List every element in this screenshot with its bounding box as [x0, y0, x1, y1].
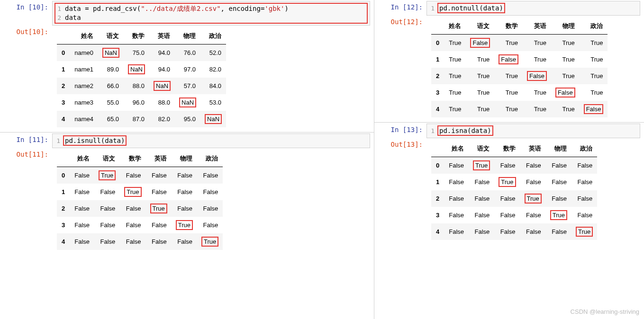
cell-value: False [94, 217, 120, 233]
column-header: 语文 [469, 141, 494, 157]
column-header: 英语 [523, 18, 551, 35]
table-row: 2name266.088.0NaN57.084.0 [57, 78, 226, 94]
cell-value: 96.0 [124, 94, 149, 111]
cell-value: True [520, 190, 546, 207]
column-header: 政治 [197, 151, 223, 167]
cell-value: 53.0 [200, 94, 226, 111]
index-header [57, 151, 70, 167]
index-header [431, 141, 444, 157]
cell-value: False [172, 233, 197, 250]
cell-value: NaN [124, 61, 149, 78]
cell-value: True [546, 207, 571, 223]
cell-value: name0 [70, 44, 98, 61]
cell-value: True [580, 84, 608, 101]
row-index: 4 [431, 223, 444, 240]
code-input-13[interactable]: 1pd.isna(data) [426, 124, 640, 138]
row-index: 3 [57, 217, 70, 233]
table-row: 4FalseFalseFalseFalseFalseTrue [431, 223, 597, 240]
table-row: 1TrueTrueFalseTrueTrueTrue [431, 51, 608, 68]
cell-value: 94.0 [149, 44, 175, 61]
index-header [431, 18, 444, 35]
cell-value: False [120, 233, 145, 250]
cell-value: False [444, 223, 469, 240]
cell-value: True [444, 68, 466, 84]
cell-value: 88.0 [124, 78, 149, 94]
cell-value: False [70, 217, 94, 233]
cell-value: False [146, 167, 172, 184]
table-row: 1FalseFalseTrueFalseFalseFalse [57, 184, 223, 200]
table-row: 0name0NaN75.094.076.052.0 [57, 44, 226, 61]
cell-value: 82.0 [200, 61, 226, 78]
cell-value: True [120, 184, 145, 200]
cell-value: 57.0 [175, 78, 200, 94]
cell-value: False [546, 157, 571, 174]
row-index: 3 [431, 207, 444, 223]
cell-value: False [197, 217, 223, 233]
table-row: 2FalseFalseFalseTrueFalseFalse [431, 190, 597, 207]
cell-value: False [172, 167, 197, 184]
cell-value: True [444, 101, 466, 117]
cell-value: False [444, 207, 469, 223]
cell-value: False [466, 34, 494, 51]
cell-value: False [70, 184, 94, 200]
cell-value: False [120, 167, 145, 184]
cell-value: True [551, 68, 580, 84]
cell-value: 76.0 [175, 44, 200, 61]
cell-value: True [494, 68, 523, 84]
cell-value: False [146, 184, 172, 200]
cell-value: False [520, 223, 546, 240]
table-row: 4FalseFalseFalseFalseFalseTrue [57, 233, 223, 250]
cell-value: False [580, 101, 608, 117]
column-header: 语文 [94, 151, 120, 167]
row-index: 2 [57, 200, 70, 217]
cell-value: True [494, 34, 523, 51]
cell-value: False [469, 223, 494, 240]
cell-value: 66.0 [98, 78, 124, 94]
cell-value: NaN [149, 78, 175, 94]
cell-value: False [94, 184, 120, 200]
in-prompt-12: In [12]: [374, 1, 426, 16]
row-index: 1 [431, 174, 444, 190]
column-header: 物理 [172, 151, 197, 167]
cell-11: In [11]: 1pd.isnull(data) Out[11]: 姓名语文数… [0, 133, 374, 255]
cell-value: False [146, 217, 172, 233]
cell-value: 95.0 [175, 111, 200, 127]
cell-value: True [466, 51, 494, 68]
column-header: 姓名 [444, 18, 466, 35]
cell-value: False [197, 167, 223, 184]
cell-value: True [146, 200, 172, 217]
column-header: 英语 [149, 28, 175, 44]
table-row: 3FalseFalseFalseFalseTrueFalse [431, 207, 597, 223]
cell-value: True [444, 34, 466, 51]
row-index: 1 [57, 61, 70, 78]
code-input-11[interactable]: 1pd.isnull(data) [52, 133, 370, 148]
cell-value: 55.0 [98, 94, 124, 111]
cell-value: False [571, 157, 597, 174]
cell-value: 52.0 [200, 44, 226, 61]
code-input-10[interactable]: 1data = pd.read_csv("../data/成绩单2.csv", … [52, 1, 370, 26]
output-table-13: 姓名语文数学英语物理政治0FalseTrueFalseFalseFalseFal… [426, 138, 597, 244]
cell-value: False [571, 190, 597, 207]
cell-value: False [70, 200, 94, 217]
output-table-10: 姓名语文数学英语物理政治0name0NaN75.094.076.052.01na… [52, 26, 226, 131]
cell-value: False [546, 174, 571, 190]
table-row: 3name355.096.088.0NaN53.0 [57, 94, 226, 111]
code-input-12[interactable]: 1pd.notnull(data) [426, 1, 640, 16]
cell-value: True [197, 233, 223, 250]
column-header: 英语 [146, 151, 172, 167]
table-row: 2TrueTrueTrueFalseTrueTrue [431, 68, 608, 84]
row-index: 2 [57, 78, 70, 94]
table-row: 0FalseTrueFalseFalseFalseFalse [431, 157, 597, 174]
cell-value: True [172, 217, 197, 233]
cell-value: False [494, 51, 523, 68]
cell-value: False [469, 207, 494, 223]
cell-value: 94.0 [149, 61, 175, 78]
row-index: 2 [431, 68, 444, 84]
cell-value: True [580, 68, 608, 84]
cell-value: True [466, 101, 494, 117]
cell-value: False [94, 233, 120, 250]
cell-value: False [520, 157, 546, 174]
cell-value: name1 [70, 61, 98, 78]
column-header: 语文 [466, 18, 494, 35]
cell-value: False [571, 207, 597, 223]
